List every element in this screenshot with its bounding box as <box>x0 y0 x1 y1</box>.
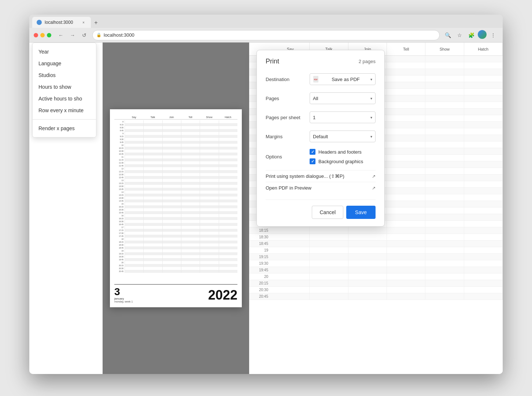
sidebar-item-row-minutes[interactable]: Row every x minute <box>33 104 96 116</box>
print-time-label: 20:15 <box>114 264 125 267</box>
close-traffic-light[interactable] <box>34 33 38 37</box>
bookmark-icon-button[interactable]: ☆ <box>454 30 465 40</box>
margins-select[interactable]: Default ▾ <box>310 131 376 142</box>
headers-footers-label: Headers and footers <box>318 149 362 155</box>
print-time-cell <box>181 267 200 270</box>
print-time-cell <box>162 229 181 232</box>
background-graphics-checkbox[interactable] <box>310 158 315 164</box>
bg-time-cell <box>348 227 387 234</box>
print-time-cell <box>143 167 162 170</box>
address-bar[interactable]: 🔒 localhost:3000 <box>92 30 440 40</box>
sidebar-item-active-hours[interactable]: Active hours to sho <box>33 93 96 104</box>
bg-time-cell <box>464 102 503 108</box>
sidebar-item-studios[interactable]: Studios <box>33 69 96 81</box>
back-button[interactable]: ← <box>56 30 66 40</box>
open-pdf-row[interactable]: Open PDF in Preview ↗ <box>266 182 376 194</box>
bg-time-cell <box>387 274 425 280</box>
print-time-cell <box>219 243 237 246</box>
print-time-cell <box>219 199 237 202</box>
maximize-traffic-light[interactable] <box>47 33 51 37</box>
print-time-row: 13:15 <box>114 182 237 185</box>
print-time-cell <box>200 141 218 144</box>
print-time-cell <box>125 176 143 179</box>
bg-time-cell <box>464 89 503 95</box>
print-time-cell <box>162 129 181 132</box>
menu-button[interactable]: ⋮ <box>488 30 498 40</box>
print-time-cell <box>162 179 181 182</box>
print-time-label: 20:30 <box>114 267 125 270</box>
browser-tab[interactable]: localhost:3000 × <box>32 17 91 28</box>
print-time-cell <box>219 179 237 182</box>
bg-time-cell <box>464 148 503 154</box>
headers-footers-checkbox[interactable] <box>310 149 315 155</box>
per-sheet-chevron: ▾ <box>370 115 372 120</box>
sidebar-item-render-pages[interactable]: Render x pages <box>33 122 96 134</box>
print-time-label: 15 <box>114 203 125 205</box>
print-time-label: 11:30 <box>114 162 125 164</box>
print-time-cell <box>125 123 143 126</box>
print-time-cell <box>162 264 181 267</box>
bg-time-label: 18:15 <box>249 227 271 234</box>
bg-time-cell <box>387 280 425 286</box>
bg-time-cell <box>425 56 464 62</box>
bg-time-label: 18:45 <box>249 241 271 247</box>
bg-time-label: 20 <box>249 274 271 280</box>
bg-time-cell <box>425 95 464 102</box>
minimize-traffic-light[interactable] <box>40 33 45 37</box>
print-col-join: Join <box>162 115 181 119</box>
print-preview-area: Say Talk Join Tell Show Hatch 88:158:308… <box>103 43 249 374</box>
search-icon-button[interactable]: 🔍 <box>443 30 453 40</box>
print-time-cell <box>219 261 237 264</box>
print-time-row: 14:45 <box>114 199 237 202</box>
print-time-cell <box>200 123 218 126</box>
print-time-cell <box>162 217 181 220</box>
print-col-hatch: Hatch <box>219 115 237 119</box>
print-time-label: 9 <box>114 132 125 135</box>
print-time-cell <box>143 223 162 226</box>
bg-time-cell <box>387 168 425 174</box>
print-time-cell <box>219 153 237 155</box>
print-time-label: 12:15 <box>114 170 125 173</box>
forward-button[interactable]: → <box>67 30 78 40</box>
print-destination-row: Destination PDF Save as PDF ▾ <box>266 73 376 86</box>
print-time-cell <box>200 135 218 138</box>
print-time-row: 18:15 <box>114 241 237 243</box>
print-time-cell <box>181 129 200 132</box>
bg-time-label: 20:45 <box>249 293 271 300</box>
extensions-icon-button[interactable]: 🧩 <box>466 30 476 40</box>
bg-time-cell <box>387 161 425 168</box>
sidebar-item-language[interactable]: Language <box>33 58 96 69</box>
print-time-cell <box>200 138 218 141</box>
reload-button[interactable]: ↺ <box>79 30 89 40</box>
cancel-button[interactable]: Cancel <box>312 206 343 219</box>
print-time-cell <box>200 150 218 153</box>
new-tab-button[interactable]: + <box>91 18 101 28</box>
bg-time-cell <box>425 89 464 95</box>
sidebar-item-year[interactable]: Year <box>33 46 96 58</box>
print-time-label: 12:45 <box>114 176 125 179</box>
browser-titlebar: ← → ↺ 🔒 localhost:3000 🔍 ☆ 🧩 ⋮ <box>29 28 503 43</box>
bg-time-cell <box>425 188 464 194</box>
print-time-cell <box>219 176 237 179</box>
print-time-cell <box>219 123 237 126</box>
bg-time-cell <box>425 175 464 181</box>
print-time-cell <box>125 129 143 132</box>
save-button[interactable]: Save <box>346 206 376 219</box>
tab-close-button[interactable]: × <box>81 19 86 25</box>
print-time-cell <box>181 255 200 258</box>
destination-select[interactable]: PDF Save as PDF ▾ <box>310 73 376 85</box>
print-time-label: 8:30 <box>114 126 125 129</box>
sidebar-item-hours[interactable]: Hours to show <box>33 81 96 93</box>
options-label: Options <box>266 154 310 160</box>
print-time-cell <box>125 197 143 199</box>
print-time-label: 16:15 <box>114 217 125 220</box>
print-time-row: 17 <box>114 226 237 229</box>
pages-select[interactable]: All ▾ <box>310 92 376 104</box>
system-dialogue-row[interactable]: Print using system dialogue... (⇧⌘P) ↗ <box>266 170 376 182</box>
print-time-cell <box>143 126 162 129</box>
per-sheet-select[interactable]: 1 ▾ <box>310 111 376 123</box>
print-time-row: 10 <box>114 144 237 147</box>
bg-time-cell <box>348 254 387 260</box>
print-time-cell <box>219 205 237 208</box>
profile-button[interactable] <box>478 30 487 39</box>
